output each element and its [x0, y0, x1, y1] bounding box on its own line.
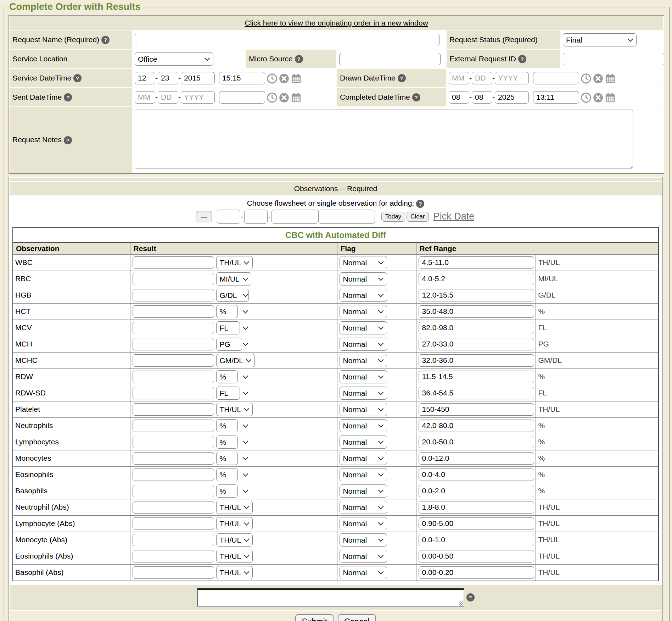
unit-select[interactable]: GM/DL [216, 354, 255, 367]
ref-range-input[interactable] [419, 566, 534, 579]
ref-range-input[interactable] [419, 501, 534, 514]
service-year-input[interactable] [181, 72, 215, 84]
flag-select[interactable]: Normal [340, 501, 387, 514]
drawn-day-input[interactable] [472, 72, 492, 84]
completed-time-input[interactable] [533, 91, 579, 104]
help-icon[interactable]: ? [518, 55, 526, 63]
unit-select[interactable]: % [216, 419, 238, 432]
flag-select[interactable]: Normal [340, 370, 387, 383]
flag-select[interactable]: Normal [340, 436, 387, 449]
flag-select[interactable]: Normal [340, 533, 387, 547]
result-input[interactable] [133, 387, 214, 399]
today-button[interactable]: Today [381, 212, 405, 222]
clock-icon[interactable] [581, 93, 591, 103]
flag-select[interactable]: Normal [340, 566, 387, 579]
result-input[interactable] [133, 256, 214, 269]
result-input[interactable] [133, 305, 214, 318]
unit-select[interactable]: FL [216, 321, 240, 334]
unit-select[interactable]: TH/UL [216, 256, 253, 269]
obs-date-month-input[interactable] [217, 210, 240, 224]
help-icon[interactable]: ? [64, 93, 72, 101]
flag-select[interactable]: Normal [340, 354, 387, 367]
result-input[interactable] [133, 273, 214, 285]
flag-select[interactable]: Normal [340, 289, 387, 302]
request-notes-textarea[interactable] [135, 110, 633, 168]
unit-select[interactable]: TH/UL [216, 533, 253, 547]
flag-select[interactable]: Normal [340, 305, 387, 318]
submit-button[interactable]: Submit [295, 614, 334, 621]
help-icon[interactable]: ? [416, 200, 424, 208]
unit-select[interactable]: TH/UL [216, 501, 253, 514]
flowsheet-minus-button[interactable]: — [196, 211, 212, 222]
flag-select[interactable]: Normal [340, 256, 387, 269]
ref-range-input[interactable] [419, 517, 534, 530]
help-icon[interactable]: ? [466, 593, 475, 601]
result-input[interactable] [133, 354, 214, 367]
unit-select[interactable]: FL [216, 387, 240, 400]
service-time-input[interactable] [219, 72, 265, 84]
ref-range-input[interactable] [419, 436, 534, 448]
ref-range-input[interactable] [419, 289, 534, 301]
ref-range-input[interactable] [419, 305, 534, 318]
clear-icon[interactable] [593, 73, 603, 84]
ref-range-input[interactable] [419, 387, 534, 399]
help-icon[interactable]: ? [398, 74, 406, 82]
service-location-select[interactable]: Office [135, 52, 213, 66]
ref-range-input[interactable] [419, 403, 534, 416]
result-input[interactable] [133, 534, 214, 546]
result-input[interactable] [133, 566, 214, 579]
ref-range-input[interactable] [419, 550, 534, 562]
flag-select[interactable]: Normal [340, 403, 387, 416]
request-name-input[interactable] [135, 34, 439, 46]
service-day-input[interactable] [158, 72, 178, 84]
unit-select[interactable]: G/DL [216, 289, 249, 302]
help-icon[interactable]: ? [412, 93, 420, 101]
ref-range-input[interactable] [419, 534, 534, 546]
completed-year-input[interactable] [495, 91, 529, 104]
ref-range-input[interactable] [419, 371, 534, 383]
unit-select[interactable]: PG [216, 338, 242, 351]
unit-select[interactable]: % [216, 452, 238, 465]
pick-date-link[interactable]: Pick Date [432, 211, 476, 222]
flag-select[interactable]: Normal [340, 272, 387, 285]
originating-order-link[interactable]: Click here to view the originating order… [245, 19, 428, 27]
completed-month-input[interactable] [449, 91, 469, 104]
unit-select[interactable]: % [216, 370, 238, 383]
result-input[interactable] [133, 517, 214, 530]
unit-select[interactable]: TH/UL [216, 550, 253, 563]
clear-button[interactable]: Clear [407, 212, 429, 222]
external-request-id-input[interactable] [563, 53, 664, 65]
clock-icon[interactable] [267, 93, 277, 103]
calendar-icon[interactable] [291, 73, 301, 84]
sent-time-input[interactable] [219, 91, 265, 104]
result-input[interactable] [133, 338, 214, 350]
request-status-select[interactable]: Final [563, 33, 637, 46]
clock-icon[interactable] [581, 73, 591, 84]
unit-select[interactable]: % [216, 305, 238, 318]
flag-select[interactable]: Normal [340, 517, 387, 530]
obs-date-time-input[interactable] [318, 210, 375, 224]
ref-range-input[interactable] [419, 354, 534, 367]
help-icon[interactable]: ? [295, 55, 303, 63]
ref-range-input[interactable] [419, 338, 534, 350]
ref-range-input[interactable] [419, 420, 534, 432]
drawn-time-input[interactable] [533, 72, 579, 84]
ref-range-input[interactable] [419, 468, 534, 481]
flag-select[interactable]: Normal [340, 484, 387, 498]
flag-select[interactable]: Normal [340, 468, 387, 481]
flag-select[interactable]: Normal [340, 321, 387, 334]
clear-icon[interactable] [593, 93, 603, 103]
help-icon[interactable]: ? [64, 136, 72, 144]
unit-select[interactable]: % [216, 484, 238, 498]
calendar-icon[interactable] [605, 73, 615, 84]
sent-year-input[interactable] [181, 91, 215, 104]
ref-range-input[interactable] [419, 273, 534, 285]
bottom-note-textarea[interactable] [197, 588, 464, 607]
result-input[interactable] [133, 501, 214, 514]
help-icon[interactable]: ? [73, 74, 82, 82]
unit-select[interactable]: TH/UL [216, 517, 253, 530]
flag-select[interactable]: Normal [340, 452, 387, 465]
flag-select[interactable]: Normal [340, 338, 387, 351]
unit-select[interactable]: MI/UL [216, 272, 251, 285]
drawn-year-input[interactable] [495, 72, 529, 84]
